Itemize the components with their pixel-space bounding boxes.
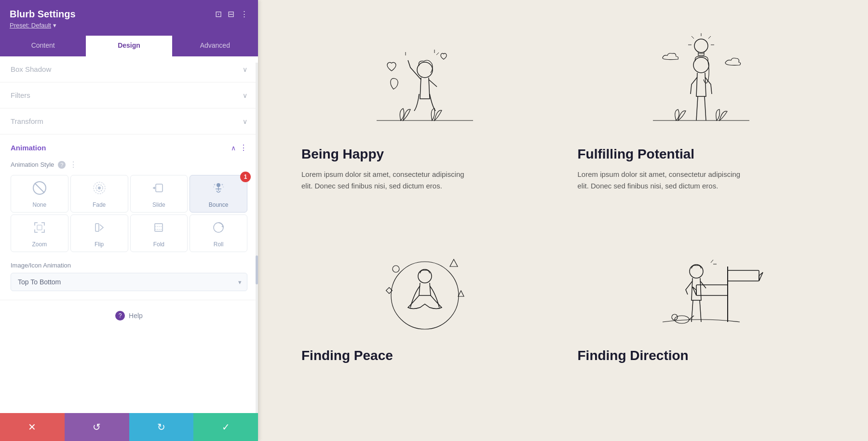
svg-line-35 [692, 36, 694, 39]
svg-line-45 [692, 300, 693, 322]
svg-rect-48 [728, 270, 759, 281]
panel-title: Blurb Settings [10, 9, 76, 20]
svg-line-34 [708, 36, 711, 39]
svg-rect-15 [37, 225, 42, 230]
image-anim-select[interactable]: None Top To Bottom Bottom To Top Left To… [11, 273, 247, 291]
slide-label: Slide [152, 201, 165, 208]
panel-header-icons: ⊡ ⊟ ⋮ [215, 9, 248, 19]
split-icon[interactable]: ⊟ [228, 9, 234, 19]
svg-point-11 [214, 184, 216, 186]
bounce-icon [211, 180, 226, 199]
main-content: Being Happy Lorem ipsum dolor sit amet, … [258, 0, 868, 441]
transform-section[interactable]: Transform ∨ [0, 108, 258, 134]
flip-icon [92, 220, 107, 238]
slide-icon [151, 180, 166, 199]
svg-marker-21 [221, 226, 223, 227]
svg-marker-42 [458, 291, 464, 296]
style-help-icon[interactable]: ? [58, 161, 66, 169]
svg-line-55 [711, 260, 713, 263]
animation-section: Animation ∧ ⋮ Animation Style ? ⋮ [0, 134, 258, 300]
none-label: None [33, 201, 47, 208]
svg-marker-40 [450, 259, 458, 267]
panel-scrollbar[interactable] [256, 63, 258, 413]
card-fulfilling-potential: Fulfilling Potential Lorem ipsum dolor s… [563, 19, 840, 221]
help-row[interactable]: ? Help [0, 300, 258, 331]
svg-point-8 [217, 183, 220, 187]
svg-point-52 [675, 316, 689, 323]
preset-label[interactable]: Preset: Default [10, 22, 51, 29]
bounce-label: Bounce [209, 201, 229, 208]
svg-rect-5 [156, 184, 163, 192]
fold-icon [151, 220, 166, 238]
card-finding-peace: Finding Peace [287, 221, 563, 422]
filters-arrow: ∨ [243, 92, 247, 99]
card-fulfilling-potential-title: Fulfilling Potential [578, 147, 825, 162]
svg-line-29 [696, 96, 698, 120]
cancel-button[interactable]: ✕ [0, 413, 65, 441]
settings-panel: Blurb Settings ⊡ ⊟ ⋮ Preset: Default ▾ C… [0, 0, 258, 441]
tab-content[interactable]: Content [0, 36, 86, 56]
svg-marker-7 [153, 187, 155, 189]
anim-btn-slide[interactable]: Slide [130, 175, 188, 213]
undo-button[interactable]: ↺ [65, 413, 129, 441]
roll-label: Roll [214, 241, 224, 248]
filters-label: Filters [11, 91, 30, 99]
card-being-happy-title: Being Happy [301, 147, 549, 162]
being-happy-illustration [301, 29, 549, 140]
filters-section[interactable]: Filters ∨ [0, 82, 258, 108]
tab-advanced[interactable]: Advanced [172, 36, 258, 56]
svg-point-14 [223, 187, 224, 187]
finding-direction-illustration [578, 230, 825, 341]
roll-icon [211, 220, 226, 238]
flip-label: Flip [95, 241, 104, 248]
svg-point-23 [417, 62, 433, 78]
box-shadow-label: Box Shadow [11, 65, 51, 73]
image-anim-label: Image/Icon Animation [11, 262, 247, 269]
svg-rect-17 [155, 224, 163, 231]
help-circle-icon: ? [115, 311, 125, 321]
style-dots-icon[interactable]: ⋮ [69, 160, 77, 169]
panel-scrollbar-thumb [256, 255, 258, 284]
panel-preset: Preset: Default ▾ [10, 22, 248, 29]
help-label: Help [129, 312, 143, 320]
panel-body: Box Shadow ∨ Filters ∨ Transform ∨ Anima… [0, 56, 258, 441]
card-finding-direction: Finding Direction [563, 221, 840, 422]
save-button[interactable]: ✓ [193, 413, 258, 441]
image-anim-section: Image/Icon Animation None Top To Bottom … [11, 262, 247, 291]
fullscreen-icon[interactable]: ⊡ [215, 9, 222, 19]
fold-label: Fold [153, 241, 164, 248]
bounce-badge: 1 [240, 172, 251, 182]
anim-btn-zoom[interactable]: Zoom [11, 214, 68, 252]
svg-point-13 [213, 187, 214, 187]
animation-collapse-icon[interactable]: ∧ [231, 144, 236, 152]
cancel-icon: ✕ [28, 421, 36, 433]
redo-icon: ↻ [157, 421, 165, 433]
anim-btn-bounce[interactable]: 1 Bounce [190, 175, 247, 213]
animation-title: Animation [11, 144, 46, 152]
panel-header: Blurb Settings ⊡ ⊟ ⋮ Preset: Default ▾ [0, 0, 258, 36]
card-fulfilling-potential-text: Lorem ipsum dolor sit amet, consectetur … [578, 169, 751, 192]
tab-design[interactable]: Design [86, 36, 172, 56]
card-finding-peace-title: Finding Peace [301, 348, 549, 363]
anim-btn-roll[interactable]: Roll [190, 214, 247, 252]
more-icon[interactable]: ⋮ [240, 9, 248, 19]
box-shadow-section[interactable]: Box Shadow ∨ [0, 56, 258, 82]
svg-point-4 [98, 187, 101, 189]
redo-button[interactable]: ↻ [129, 413, 194, 441]
svg-line-46 [700, 300, 701, 322]
card-being-happy-text: Lorem ipsum dolor sit amet, consectetur … [301, 169, 475, 192]
animation-more-icon[interactable]: ⋮ [240, 143, 247, 152]
finding-peace-illustration [301, 230, 549, 341]
animation-style-grid: None Fade [11, 175, 247, 252]
card-finding-direction-title: Finding Direction [578, 348, 825, 363]
box-shadow-arrow: ∨ [243, 66, 247, 73]
none-icon [32, 180, 47, 199]
image-anim-select-wrapper: None Top To Bottom Bottom To Top Left To… [11, 273, 247, 291]
style-label: Animation Style [11, 161, 54, 168]
anim-btn-fade[interactable]: Fade [70, 175, 128, 213]
undo-icon: ↺ [93, 421, 101, 433]
svg-point-31 [694, 39, 708, 53]
anim-btn-none[interactable]: None [11, 175, 68, 213]
anim-btn-fold[interactable]: Fold [130, 214, 188, 252]
anim-btn-flip[interactable]: Flip [70, 214, 128, 252]
